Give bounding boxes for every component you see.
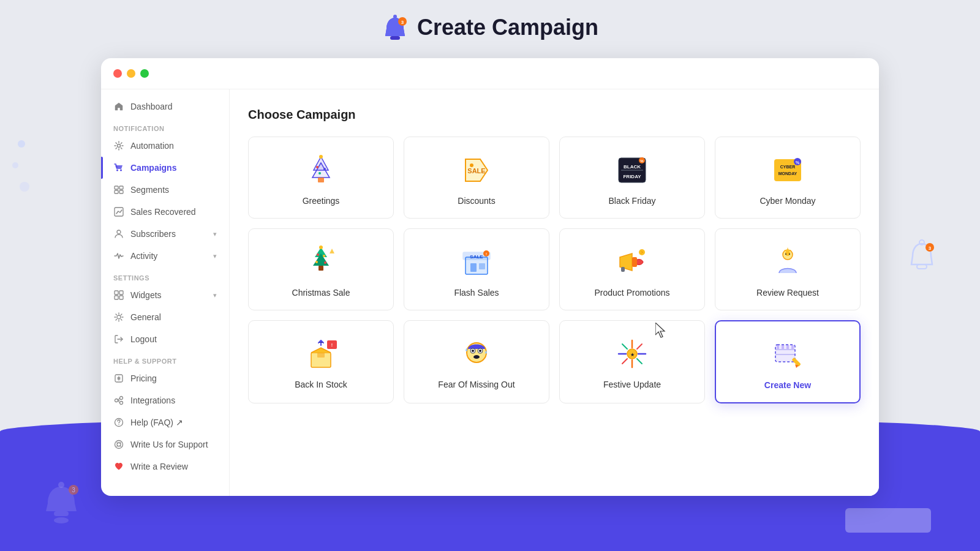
create-new-label: Create New — [764, 380, 811, 390]
svg-line-98 — [622, 344, 627, 349]
svg-point-44 — [316, 166, 318, 168]
sidebar-item-widgets[interactable]: Widgets ▾ — [101, 284, 229, 306]
svg-rect-85 — [317, 353, 325, 358]
svg-rect-107 — [777, 345, 779, 349]
svg-rect-110 — [791, 345, 794, 349]
window-body: Dashboard NOTIFICATION Automation — [101, 89, 879, 496]
svg-text:BLACK: BLACK — [624, 164, 641, 170]
svg-text:!: ! — [486, 252, 487, 256]
svg-point-93 — [473, 355, 480, 359]
svg-rect-26 — [119, 291, 123, 294]
svg-marker-61 — [313, 253, 329, 266]
campaign-card-back-in-stock[interactable]: ! Back In Stock — [248, 320, 394, 403]
svg-point-32 — [120, 397, 123, 400]
svg-point-63 — [319, 246, 323, 249]
general-label: General — [130, 312, 217, 322]
back-in-stock-label: Back In Stock — [295, 380, 347, 389]
bg-bell-decoration: 3 — [37, 478, 86, 527]
product-promotions-label: Product Promotions — [595, 288, 670, 298]
discounts-icon: SALE — [458, 152, 495, 189]
notification-section-label: NOTIFICATION — [101, 118, 229, 135]
header-bell-icon: 3 — [382, 14, 409, 41]
sales-recovered-icon — [113, 206, 124, 217]
cyber-monday-label: Cyber Monday — [760, 196, 815, 206]
campaign-card-flash-sales[interactable]: SALE ! Flash Sales — [404, 228, 549, 310]
support-icon — [113, 439, 124, 450]
svg-point-31 — [115, 399, 118, 402]
campaign-card-greetings[interactable]: Greetings — [248, 137, 394, 219]
svg-point-10 — [12, 162, 18, 168]
campaign-card-review-request[interactable]: Review Request — [715, 228, 861, 310]
sidebar-item-segments[interactable]: Segments — [101, 179, 229, 201]
review-request-icon — [769, 244, 806, 280]
sidebar-item-logout[interactable]: Logout — [101, 328, 229, 350]
cyber-monday-icon: CYBER MONDAY % — [769, 152, 806, 189]
logout-icon — [113, 334, 124, 345]
svg-point-43 — [319, 155, 323, 159]
fomo-label: Fear Of Missing Out — [438, 380, 514, 389]
maximize-button[interactable] — [140, 69, 149, 78]
sidebar-item-dashboard[interactable]: Dashboard — [101, 96, 229, 118]
close-button[interactable] — [113, 69, 122, 78]
christmas-label: Christmas Sale — [292, 288, 350, 298]
main-content: Choose Campaign — [230, 89, 879, 496]
subscribers-label: Subscribers — [130, 229, 207, 239]
campaign-card-christmas[interactable]: Christmas Sale — [248, 228, 394, 310]
page-title: Create Campaign — [417, 15, 598, 40]
sidebar-item-campaigns[interactable]: Campaigns — [101, 157, 229, 179]
general-icon — [113, 312, 124, 323]
black-friday-label: Black Friday — [608, 196, 655, 206]
svg-point-46 — [318, 172, 321, 174]
sidebar-item-sales-recovered[interactable]: Sales Recovered — [101, 201, 229, 223]
sales-recovered-label: Sales Recovered — [130, 207, 217, 217]
svg-text:3: 3 — [401, 20, 404, 25]
segments-label: Segments — [130, 185, 217, 195]
svg-text:!: ! — [331, 343, 333, 347]
svg-point-0 — [54, 517, 69, 523]
sidebar-item-write-support[interactable]: Write Us for Support — [101, 433, 229, 455]
flash-sales-label: Flash Sales — [454, 288, 499, 298]
svg-point-92 — [479, 350, 481, 352]
svg-rect-73 — [479, 263, 485, 269]
discounts-label: Discounts — [458, 196, 495, 206]
svg-rect-42 — [318, 178, 324, 182]
svg-marker-68 — [330, 249, 334, 253]
svg-text:%: % — [796, 160, 800, 165]
pricing-icon — [113, 373, 124, 384]
activity-icon — [113, 250, 124, 261]
svg-point-82 — [789, 253, 790, 255]
sidebar-item-write-review[interactable]: Write a Review — [101, 455, 229, 478]
campaign-card-create-new[interactable]: Create New — [715, 320, 861, 403]
svg-text:FRIDAY: FRIDAY — [623, 174, 641, 179]
svg-point-1 — [58, 482, 64, 488]
sidebar-item-general[interactable]: General — [101, 306, 229, 328]
svg-point-81 — [785, 253, 786, 255]
svg-rect-19 — [115, 186, 118, 189]
svg-rect-62 — [318, 266, 323, 271]
sidebar-item-integrations[interactable]: Integrations — [101, 389, 229, 411]
svg-point-12 — [393, 15, 397, 18]
create-new-icon — [769, 336, 806, 373]
campaign-card-product-promotions[interactable]: Product Promotions — [559, 228, 705, 310]
svg-point-11 — [20, 182, 29, 192]
sidebar-item-subscribers[interactable]: Subscribers ▾ — [101, 223, 229, 245]
svg-rect-77 — [621, 267, 625, 272]
bg-dots-left — [12, 135, 31, 211]
title-bar — [101, 58, 879, 89]
sidebar-item-help-faq[interactable]: Help (FAQ) ↗ — [101, 411, 229, 433]
sidebar-item-automation[interactable]: Automation — [101, 135, 229, 157]
segments-icon — [113, 184, 124, 195]
campaign-grid: Greetings SALE Discounts — [248, 137, 861, 403]
integrations-label: Integrations — [130, 395, 217, 405]
svg-text:3: 3 — [929, 246, 932, 251]
campaign-card-fomo[interactable]: Fear Of Missing Out — [404, 320, 549, 403]
svg-rect-109 — [786, 345, 789, 349]
campaign-card-black-friday[interactable]: BLACK FRIDAY % Black Friday — [559, 137, 705, 219]
minimize-button[interactable] — [127, 69, 135, 78]
campaign-card-cyber-monday[interactable]: CYBER MONDAY % Cyber Monday — [715, 137, 861, 219]
svg-text:%: % — [640, 159, 644, 163]
sidebar-item-pricing[interactable]: Pricing — [101, 367, 229, 389]
sidebar-item-activity[interactable]: Activity ▾ — [101, 245, 229, 267]
campaign-card-discounts[interactable]: SALE Discounts — [404, 137, 549, 219]
campaign-card-festive-update[interactable]: ★ Festive Update — [559, 320, 705, 403]
